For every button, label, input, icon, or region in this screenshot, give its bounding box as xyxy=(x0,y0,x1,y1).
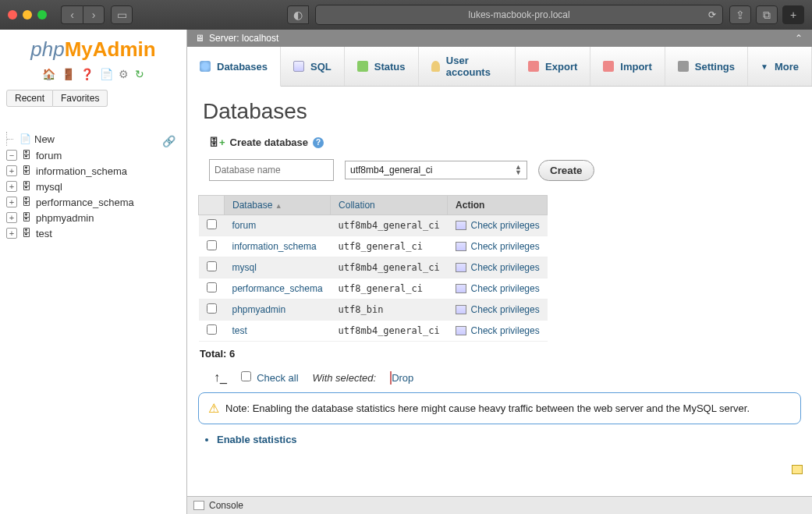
expand-icon[interactable]: + xyxy=(6,228,17,239)
table-row: information_schemautf8_general_ciCheck p… xyxy=(199,236,548,257)
database-column-header[interactable]: Database ▲ xyxy=(225,196,331,215)
tabs-button[interactable]: ⧉ xyxy=(756,5,778,24)
db-link-performance-schema[interactable]: performance_schema xyxy=(232,283,323,294)
home-icon[interactable]: 🏠 xyxy=(42,68,55,80)
create-button[interactable]: Create xyxy=(538,160,594,181)
tree-item-information-schema[interactable]: + 🗄 information_schema xyxy=(6,163,180,179)
enable-statistics-link[interactable]: Enable statistics xyxy=(217,434,801,445)
settings-tab-icon xyxy=(678,61,689,72)
reload-nav-icon[interactable]: ↻ xyxy=(135,68,144,80)
tab-sql[interactable]: SQL xyxy=(281,47,345,86)
sort-asc-icon: ▲ xyxy=(275,202,282,210)
status-icon xyxy=(357,61,368,72)
expand-icon[interactable]: + xyxy=(6,197,17,207)
row-checkbox[interactable] xyxy=(207,324,217,335)
favorites-tab[interactable]: Favorites xyxy=(53,90,108,107)
tree-item-new[interactable]: 📄 New xyxy=(6,130,180,147)
row-checkbox[interactable] xyxy=(207,219,217,229)
tree-item-forum[interactable]: − 🗄 forum xyxy=(6,147,180,163)
browser-chrome: ‹ › ▭ ◐ lukes-macbook-pro.local ⟳ ⇪ ⧉ + xyxy=(0,0,812,30)
expand-icon[interactable]: + xyxy=(6,181,17,192)
collapse-icon[interactable]: − xyxy=(6,150,17,161)
database-icon: 🗄 xyxy=(20,149,33,161)
console-bar[interactable]: Console xyxy=(187,496,812,514)
page-title: Databases xyxy=(203,99,801,124)
row-checkbox[interactable] xyxy=(207,282,217,292)
sidebar-toolbar: 🏠 🚪 ❓ 📄 ⚙ ↻ xyxy=(0,65,186,87)
check-privileges-link[interactable]: Check privileges xyxy=(456,241,540,252)
content-area: 🖥 Server: localhost ⌃ Databases SQL Stat… xyxy=(187,30,812,514)
database-tree: 📄 New − 🗄 forum + 🗄 information_schema +… xyxy=(0,126,186,246)
close-window-button[interactable] xyxy=(8,10,17,19)
maximize-window-button[interactable] xyxy=(37,10,47,19)
collation-select[interactable]: utf8mb4_general_ci ▲▼ xyxy=(345,161,527,179)
help-icon[interactable]: ? xyxy=(313,137,324,148)
tree-item-test[interactable]: + 🗄 test xyxy=(6,225,180,241)
minimize-window-button[interactable] xyxy=(23,10,32,19)
drop-action[interactable]: Drop xyxy=(390,372,413,384)
check-privileges-link[interactable]: Check privileges xyxy=(456,325,540,336)
top-tabs: Databases SQL Status User accounts Expor… xyxy=(187,47,812,87)
server-breadcrumb[interactable]: 🖥 Server: localhost ⌃ xyxy=(187,30,812,47)
database-icon: 🗄 xyxy=(20,227,33,239)
collation-column-header[interactable]: Collation xyxy=(331,196,448,215)
users-icon xyxy=(431,61,440,72)
collapse-panel-icon[interactable]: ⌃ xyxy=(795,33,803,44)
check-all-link[interactable]: Check all xyxy=(257,372,298,384)
corner-badge-icon[interactable] xyxy=(792,465,803,474)
row-checkbox[interactable] xyxy=(207,261,217,271)
total-count: Total: 6 xyxy=(200,348,801,360)
tab-status[interactable]: Status xyxy=(345,47,419,86)
share-button[interactable]: ⇪ xyxy=(729,5,751,24)
docs-icon[interactable]: ❓ xyxy=(80,68,94,80)
recent-tab[interactable]: Recent xyxy=(6,90,53,107)
add-database-icon: 🗄+ xyxy=(209,136,225,148)
db-link-mysql[interactable]: mysql xyxy=(232,262,257,273)
check-privileges-link[interactable]: Check privileges xyxy=(456,283,540,294)
tab-more[interactable]: ▼More xyxy=(748,47,812,86)
database-icon: 🗄 xyxy=(20,211,33,224)
check-privileges-link[interactable]: Check privileges xyxy=(456,220,540,231)
database-icon: 🗄 xyxy=(20,196,33,208)
tab-user-accounts[interactable]: User accounts xyxy=(419,47,516,86)
check-privileges-link[interactable]: Check privileges xyxy=(456,304,540,315)
address-bar[interactable]: lukes-macbook-pro.local ⟳ xyxy=(315,5,723,25)
traffic-lights xyxy=(8,10,47,19)
sql-query-icon[interactable]: 📄 xyxy=(100,68,113,80)
link-icon[interactable]: 🔗 xyxy=(162,135,176,147)
row-checkbox[interactable] xyxy=(207,303,217,314)
address-text: lukes-macbook-pro.local xyxy=(469,9,570,20)
sql-icon xyxy=(293,61,304,72)
tab-export[interactable]: Export xyxy=(516,47,590,86)
table-row: mysqlutf8mb4_general_ciCheck privileges xyxy=(199,257,548,278)
tab-settings[interactable]: Settings xyxy=(665,47,748,86)
forward-button[interactable]: › xyxy=(83,5,105,24)
tree-item-mysql[interactable]: + 🗄 mysql xyxy=(6,179,180,194)
check-privileges-link[interactable]: Check privileges xyxy=(456,262,540,273)
reader-button[interactable]: ◐ xyxy=(287,5,309,24)
privileges-icon xyxy=(456,242,466,251)
reload-icon[interactable]: ⟳ xyxy=(708,9,716,20)
check-all-checkbox[interactable] xyxy=(241,371,251,381)
tree-item-performance-schema[interactable]: + 🗄 performance_schema xyxy=(6,194,180,210)
tree-item-phpmyadmin[interactable]: + 🗄 phpmyadmin xyxy=(6,210,180,225)
back-button[interactable]: ‹ xyxy=(61,5,83,24)
logout-icon[interactable]: 🚪 xyxy=(62,68,75,80)
expand-icon[interactable]: + xyxy=(6,165,17,176)
new-tab-button[interactable]: + xyxy=(782,5,804,24)
console-toggle-icon[interactable] xyxy=(193,501,204,510)
settings-icon[interactable]: ⚙ xyxy=(119,68,129,80)
database-name-input[interactable] xyxy=(209,159,334,181)
tab-import[interactable]: Import xyxy=(590,47,665,86)
db-link-information-schema[interactable]: information_schema xyxy=(232,241,317,252)
tab-databases[interactable]: Databases xyxy=(187,47,281,87)
db-link-test[interactable]: test xyxy=(232,325,247,336)
privileges-icon xyxy=(456,221,466,230)
expand-icon[interactable]: + xyxy=(6,212,17,223)
row-checkbox[interactable] xyxy=(207,240,217,250)
phpmyadmin-logo[interactable]: phpMyAdmin xyxy=(0,30,186,65)
sidebar-toggle-button[interactable]: ▭ xyxy=(111,5,133,24)
table-row: phpmyadminutf8_binCheck privileges xyxy=(199,300,548,321)
db-link-phpmyadmin[interactable]: phpmyadmin xyxy=(232,304,286,315)
db-link-forum[interactable]: forum xyxy=(232,220,257,231)
